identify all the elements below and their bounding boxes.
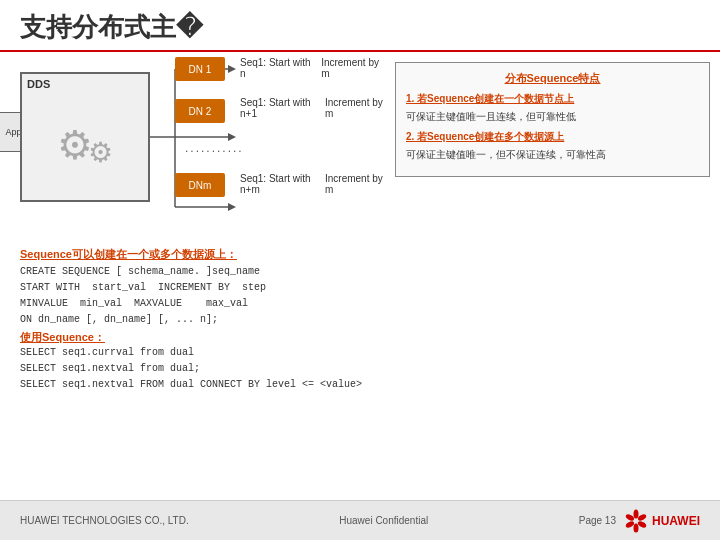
- dn-dots: ...........: [175, 141, 244, 155]
- dn-nodes-container: DN 1 DN 2 ........... DNm: [175, 57, 244, 197]
- svg-point-8: [633, 509, 638, 518]
- code-section: Sequence可以创建在一个或多个数据源上： CREATE SEQUENCE …: [0, 247, 390, 393]
- page-title: 支持分布式主�: [20, 12, 203, 42]
- footer-right: Page 13 HUAWEI: [579, 509, 700, 533]
- dn-row-m: DNm: [175, 173, 244, 197]
- svg-marker-7: [228, 203, 236, 211]
- seq-info-1: Seq1: Start with n Increment by m: [240, 57, 385, 79]
- use-line-1: SELECT seq1.currval from dual: [20, 345, 380, 361]
- seq-line-m: Seq1: Start with n+m Increment by m: [240, 173, 385, 195]
- dn-row-2: DN 2: [175, 99, 244, 123]
- seq-start-1: Seq1: Start with n: [240, 57, 313, 79]
- use-line-2: SELECT seq1.nextval from dual;: [20, 361, 380, 377]
- huawei-logo: HUAWEI: [624, 509, 700, 533]
- seq-start-m: Seq1: Start with n+m: [240, 173, 317, 195]
- footer-company: HUAWEI TECHNOLOGIES CO., LTD.: [20, 515, 189, 526]
- svg-point-11: [633, 523, 638, 532]
- use-code-block: SELECT seq1.currval from dual SELECT seq…: [20, 345, 380, 393]
- dds-gears: ⚙ ⚙: [57, 90, 113, 200]
- dn-box-m: DNm: [175, 173, 225, 197]
- code-line-4: ON dn_name [, dn_name] [, ... n];: [20, 312, 380, 328]
- diagram-area: Application DDS ⚙ ⚙ DN 1: [0, 52, 390, 247]
- seq-info-m: Seq1: Start with n+m Increment by m: [240, 173, 385, 195]
- dds-box: DDS ⚙ ⚙: [20, 72, 150, 202]
- gear-icon-small: ⚙: [88, 136, 113, 169]
- right-panel: 分布Sequence特点 1. 若Sequence创建在一个数据节点上 可保证主…: [390, 52, 720, 497]
- seq-line-1: Seq1: Start with n Increment by m: [240, 57, 385, 79]
- code-title: Sequence可以创建在一个或多个数据源上：: [20, 247, 380, 262]
- dn-label-1: DN 1: [189, 64, 212, 75]
- code-line-2: START WITH start_val INCREMENT BY step: [20, 280, 380, 296]
- use-title: 使用Sequence：: [20, 330, 380, 345]
- feature-item-2-desc: 可保证主键值唯一，但不保证连续，可靠性高: [406, 148, 699, 162]
- feature-item-2-title: 2. 若Sequence创建在多个数据源上: [406, 130, 699, 144]
- code-line-1: CREATE SEQUENCE [ schema_name. ]seq_name: [20, 264, 380, 280]
- dds-label: DDS: [27, 78, 50, 90]
- feature-title: 分布Sequence特点: [406, 71, 699, 86]
- footer-confidential: Huawei Confidential: [339, 515, 428, 526]
- seq-info-container: Seq1: Start with n Increment by m Seq1: …: [240, 57, 385, 195]
- seq-spacer: [240, 137, 385, 155]
- page-footer: HUAWEI TECHNOLOGIES CO., LTD. Huawei Con…: [0, 500, 720, 540]
- main-content: Application DDS ⚙ ⚙ DN 1: [0, 52, 720, 497]
- dn-row-1: DN 1: [175, 57, 244, 81]
- seq-inc-m: Increment by m: [325, 173, 385, 195]
- dn-label-m: DNm: [189, 180, 212, 191]
- left-panel: Application DDS ⚙ ⚙ DN 1: [0, 52, 390, 497]
- dn-box-2: DN 2: [175, 99, 225, 123]
- page-header: 支持分布式主�: [0, 0, 720, 52]
- seq-line-2: Seq1: Start with n+1 Increment by m: [240, 97, 385, 119]
- code-block: CREATE SEQUENCE [ schema_name. ]seq_name…: [20, 264, 380, 328]
- huawei-text: HUAWEI: [652, 514, 700, 528]
- use-line-3: SELECT seq1.nextval FROM dual CONNECT BY…: [20, 377, 380, 393]
- seq-inc-2: Increment by m: [325, 97, 385, 119]
- feature-box: 分布Sequence特点 1. 若Sequence创建在一个数据节点上 可保证主…: [395, 62, 710, 177]
- feature-item-1-desc: 可保证主键值唯一且连续，但可靠性低: [406, 110, 699, 124]
- dn-label-2: DN 2: [189, 106, 212, 117]
- feature-item-1-title: 1. 若Sequence创建在一个数据节点上: [406, 92, 699, 106]
- seq-inc-1: Increment by m: [321, 57, 385, 79]
- code-line-3: MINVALUE min_val MAXVALUE max_val: [20, 296, 380, 312]
- huawei-flower-icon: [624, 509, 648, 533]
- dn-box-1: DN 1: [175, 57, 225, 81]
- seq-info-2: Seq1: Start with n+1 Increment by m: [240, 97, 385, 119]
- seq-start-2: Seq1: Start with n+1: [240, 97, 317, 119]
- footer-page: Page 13: [579, 515, 616, 526]
